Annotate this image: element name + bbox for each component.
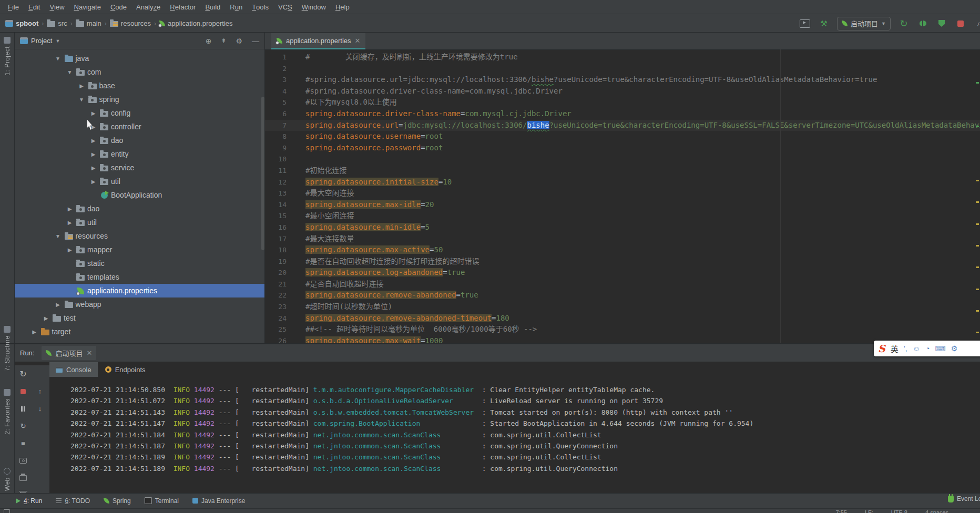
code-line-22[interactable]: 22spring.datasource.remove-abandoned=tru… (265, 290, 980, 301)
tree-expand-chevron[interactable]: ▶ (89, 151, 97, 157)
ime-punctuation-icon[interactable]: ’, (904, 344, 907, 353)
menu-edit[interactable]: Edit (24, 0, 45, 14)
tree-item-java[interactable]: ▼java (15, 52, 264, 65)
bottom-bar-spring[interactable]: Spring (104, 497, 131, 505)
tree-expand-chevron[interactable]: ▶ (78, 83, 86, 89)
code-line-19[interactable]: 19#是否在自动回收超时连接的时候打印连接的超时错误 (265, 256, 980, 268)
breadcrumb-file[interactable]: application.properties (159, 19, 233, 27)
tree-expand-chevron[interactable]: ▼ (66, 69, 74, 75)
menu-run[interactable]: Run (225, 0, 247, 14)
tree-item-target[interactable]: ▶target (15, 325, 264, 338)
collapse-all-icon[interactable]: ⇞ (221, 37, 226, 45)
code-line-12[interactable]: 12spring.datasource.initial-size=10 (265, 177, 980, 188)
tree-item-config[interactable]: ▶config (15, 106, 264, 120)
prev-trace-up-arrow[interactable]: ↑ (36, 387, 45, 396)
bottom-bar-6-todo[interactable]: 6: TODO (56, 497, 90, 505)
bottom-bar-4-run[interactable]: 4: Run (16, 497, 42, 505)
debug-button[interactable] (917, 18, 928, 29)
menu-analyze[interactable]: Analyze (131, 0, 165, 14)
stripe-mark[interactable] (976, 289, 979, 290)
menu-build[interactable]: Build (200, 0, 225, 14)
tree-expand-chevron[interactable]: ▶ (30, 329, 38, 335)
tree-item-resources[interactable]: ▼resources (15, 229, 264, 243)
menu-vcs[interactable]: VCS (273, 0, 297, 14)
tree-item-service[interactable]: ▶service (15, 161, 264, 175)
tab-endpoints[interactable]: Endpoints (99, 362, 152, 377)
menu-refactor[interactable]: Refactor (165, 0, 200, 14)
stripe-mark[interactable] (976, 266, 979, 268)
search-everywhere-icon[interactable]: ⌕ (974, 18, 980, 29)
next-trace-down-arrow[interactable]: ↓ (36, 404, 45, 413)
tab-console[interactable]: Console (49, 362, 98, 377)
locate-file-icon[interactable]: ⊕ (206, 37, 212, 45)
tree-item-application.properties[interactable]: application.properties (15, 284, 264, 297)
tree-expand-chevron[interactable]: ▼ (54, 56, 62, 61)
stripe-mark[interactable] (976, 82, 979, 84)
tree-expand-chevron[interactable]: ▼ (54, 233, 62, 239)
code-line-18[interactable]: 18spring.datasource.max-active=50 (265, 244, 980, 256)
soft-wrap-button[interactable]: ≡ (19, 439, 28, 448)
tree-expand-chevron[interactable]: ▶ (89, 138, 97, 143)
menu-file[interactable]: File (3, 0, 24, 14)
stripe-mark[interactable] (976, 223, 979, 225)
menu-tools[interactable]: Tools (247, 0, 273, 14)
ime-toolbox-icon[interactable]: ⚙ (951, 344, 958, 353)
code-line-20[interactable]: 20spring.datasource.log-abandoned=true (265, 267, 980, 279)
restore-tool-windows-icon[interactable] (4, 509, 10, 513)
breadcrumb-resources[interactable]: resources (110, 19, 151, 27)
preview-window-icon[interactable] (799, 18, 811, 29)
menu-view[interactable]: View (45, 0, 69, 14)
project-panel-title[interactable]: Project (31, 37, 52, 45)
breadcrumb-project[interactable]: spboot (5, 19, 38, 27)
code-line-23[interactable]: 23#超时时间(以秒数为单位) (265, 301, 980, 313)
bottom-bar-java-enterprise[interactable]: Java Enterprise (192, 497, 245, 505)
event-log-button[interactable]: Event Log (948, 495, 980, 502)
tree-item-spring[interactable]: ▼spring (15, 93, 264, 106)
code-line-10[interactable]: 10 (265, 153, 980, 165)
tool-window-project-button[interactable]: 1: Project (0, 37, 14, 76)
pause-output-button[interactable] (19, 404, 28, 413)
code-line-8[interactable]: 8spring.datasource.username=root (265, 131, 980, 142)
tree-item-dao[interactable]: ▶dao (15, 134, 264, 147)
code-line-26[interactable]: 26spring.datasource.max-wait=1000 (265, 335, 980, 343)
code-line-15[interactable]: 15#最小空闲连接 (265, 210, 980, 222)
print-console-button[interactable] (19, 474, 28, 483)
stripe-mark[interactable] (976, 332, 979, 333)
ime-keyboard-icon[interactable]: ⌨ (935, 344, 946, 353)
chevron-down-icon[interactable]: ▼ (55, 38, 60, 44)
line-separator[interactable]: LF: (865, 509, 873, 513)
file-encoding[interactable]: UTF-8 (891, 509, 907, 513)
breadcrumb-main[interactable]: main (76, 19, 101, 27)
tree-expand-chevron[interactable]: ▼ (78, 97, 86, 102)
error-stripe[interactable] (975, 49, 980, 343)
tree-expand-chevron[interactable]: ▶ (42, 315, 50, 321)
tool-window-structure-button[interactable]: 7: Structure (0, 326, 14, 371)
tree-item-com[interactable]: ▼com (15, 65, 264, 79)
tree-expand-chevron[interactable]: ▶ (54, 302, 62, 307)
sogou-logo[interactable]: S (878, 343, 885, 354)
coverage-button[interactable] (936, 18, 947, 29)
tree-item-static[interactable]: static (15, 256, 264, 270)
tree-item-test[interactable]: ▶test (15, 311, 264, 325)
tree-item-webapp[interactable]: ▶webapp (15, 297, 264, 311)
close-tab-icon[interactable]: ✕ (355, 37, 361, 45)
tree-item-entity[interactable]: ▶entity (15, 147, 264, 161)
stripe-mark[interactable] (976, 126, 979, 127)
hide-panel-icon[interactable]: — (252, 37, 259, 45)
editor-tab-application-properties[interactable]: application.properties ✕ (271, 33, 365, 49)
stop-button[interactable] (955, 18, 966, 29)
build-hammer-icon[interactable]: ⚒ (818, 18, 830, 29)
menu-code[interactable]: Code (106, 0, 131, 14)
close-run-tab-icon[interactable]: ✕ (86, 349, 92, 357)
restart-button[interactable]: ↻ (19, 422, 28, 430)
caret-position[interactable]: 7:55 (835, 509, 846, 513)
code-line-7[interactable]: 7spring.datasource.url=jdbc:mysql://loca… (265, 120, 980, 131)
ime-language-toggle[interactable]: 英 (891, 343, 899, 354)
tree-item-util[interactable]: ▶util (15, 216, 264, 229)
tree-expand-chevron[interactable]: ▶ (66, 247, 74, 253)
code-line-2[interactable]: 2 (265, 63, 980, 75)
code-line-17[interactable]: 17#最大连接数量 (265, 233, 980, 245)
bottom-bar-terminal[interactable]: Terminal (145, 497, 179, 505)
tree-expand-chevron[interactable]: ▶ (89, 179, 97, 184)
rerun-button[interactable]: ↻ (898, 18, 910, 29)
